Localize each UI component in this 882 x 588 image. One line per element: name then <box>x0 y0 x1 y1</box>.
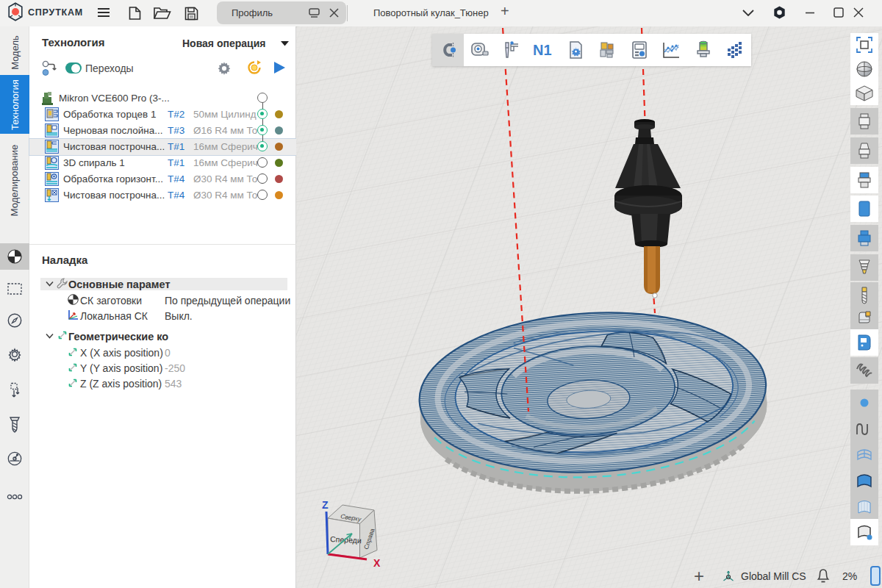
svg-text:Z: Z <box>322 499 329 511</box>
svg-text:X: X <box>373 557 381 569</box>
svg-text:N1: N1 <box>533 42 552 58</box>
